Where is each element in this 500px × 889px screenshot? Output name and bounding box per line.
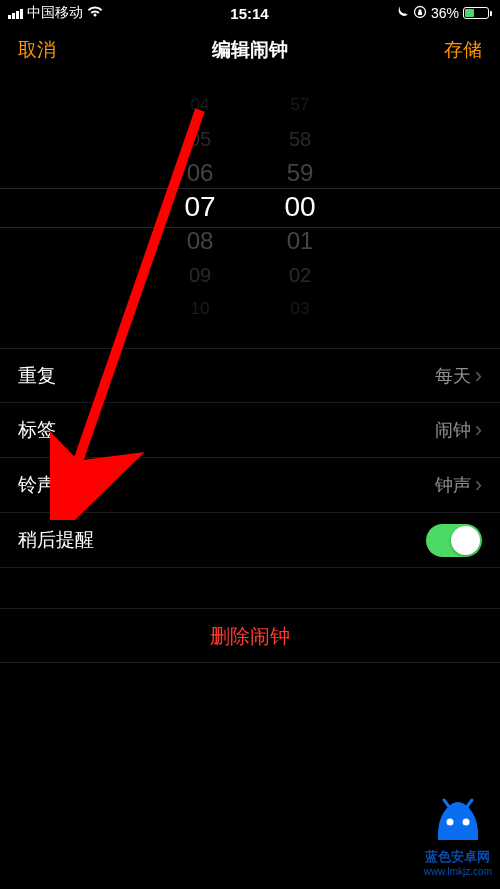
watermark-name: 蓝色安卓网 [425,850,490,864]
svg-point-2 [446,818,453,825]
nav-bar: 取消 编辑闹钟 存储 [0,26,500,74]
snooze-row: 稍后提醒 [0,513,500,568]
battery-pct: 36% [431,5,459,21]
battery-icon [463,7,492,19]
chevron-right-icon: › [475,417,482,443]
picker-item: 08 [187,224,214,258]
picker-item: 10 [191,292,210,326]
moon-icon [396,5,409,21]
status-bar: 中国移动 15:14 36% [0,0,500,26]
delete-section: 删除闹钟 [0,608,500,663]
repeat-label: 重复 [18,363,56,389]
picker-item: 06 [187,156,214,190]
sound-label: 铃声 [18,472,56,498]
svg-point-3 [462,818,469,825]
picker-item-selected: 07 [184,190,215,224]
svg-line-5 [466,800,472,808]
cancel-button[interactable]: 取消 [18,37,56,63]
watermark: 蓝色安卓网 www.lmkjz.com [424,792,492,877]
signal-icon [8,7,23,19]
repeat-value: 每天 › [435,363,482,389]
orientation-lock-icon [413,5,427,22]
chevron-right-icon: › [475,363,482,389]
svg-line-4 [444,800,450,808]
picker-item: 01 [287,224,314,258]
minute-picker[interactable]: 57 58 59 00 01 02 03 [250,88,350,328]
label-row[interactable]: 标签 闹钟 › [0,403,500,458]
time-picker[interactable]: 04 05 06 07 08 09 10 57 58 59 00 01 02 0… [0,88,500,328]
status-time: 15:14 [230,5,268,22]
status-left: 中国移动 [8,4,103,22]
chevron-right-icon: › [475,472,482,498]
wifi-icon [87,5,103,21]
carrier-label: 中国移动 [27,4,83,22]
sound-row[interactable]: 铃声 钟声 › [0,458,500,513]
picker-item: 57 [291,88,310,122]
snooze-toggle[interactable] [426,524,482,557]
picker-item: 05 [189,122,211,156]
snooze-label: 稍后提醒 [18,527,94,553]
page-title: 编辑闹钟 [212,37,288,63]
settings-list: 重复 每天 › 标签 闹钟 › 铃声 钟声 › 稍后提醒 [0,348,500,568]
picker-item: 04 [191,88,210,122]
hour-picker[interactable]: 04 05 06 07 08 09 10 [150,88,250,328]
tag-label: 标签 [18,417,56,443]
tag-value: 闹钟 › [435,417,482,443]
picker-item-selected: 00 [284,190,315,224]
save-button[interactable]: 存储 [444,37,482,63]
picker-item: 03 [291,292,310,326]
picker-item: 58 [289,122,311,156]
watermark-url: www.lmkjz.com [424,866,492,877]
delete-alarm-button[interactable]: 删除闹钟 [0,608,500,663]
picker-item: 02 [289,258,311,292]
sound-value: 钟声 › [435,472,482,498]
watermark-logo-icon [430,792,486,848]
picker-item: 59 [287,156,314,190]
repeat-row[interactable]: 重复 每天 › [0,348,500,403]
status-right: 36% [396,5,492,22]
picker-item: 09 [189,258,211,292]
